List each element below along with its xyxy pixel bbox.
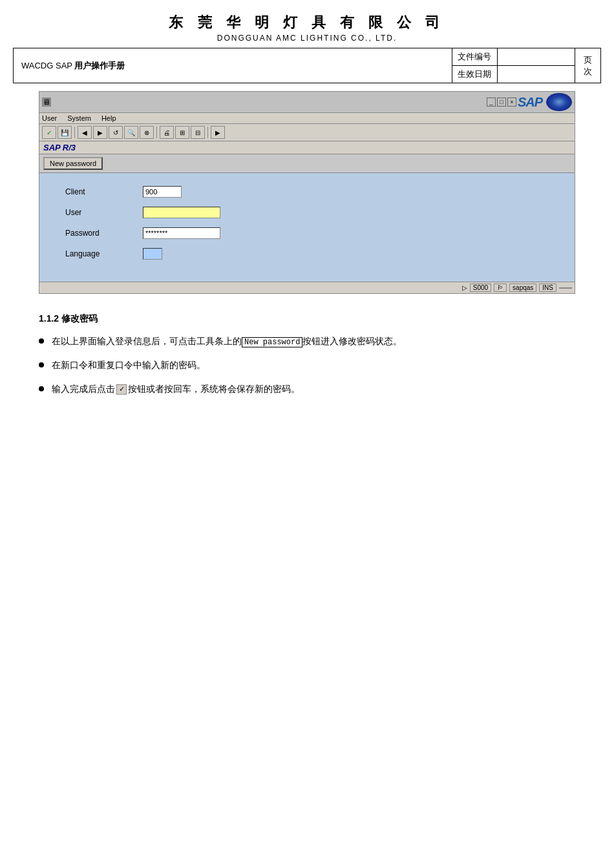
shengxiao-label: 生效日期 <box>452 66 498 83</box>
shengxiao-value <box>498 66 575 83</box>
sap-toolbar: ✓ 💾 ◀ ▶ ↺ 🔍 ⊗ 🖨 ⊞ ⊟ ▶ <box>39 124 575 141</box>
client-input[interactable] <box>143 186 182 198</box>
toolbar-print-btn[interactable]: 🖨 <box>160 126 174 139</box>
sap-button-bar: New password <box>39 154 575 173</box>
bullet-item-2: 在新口令和重复口令中输入新的密码。 <box>39 358 575 372</box>
toolbar-find-btn[interactable]: 🔍 <box>124 126 138 139</box>
status-flag: 🏳 <box>494 284 507 292</box>
toolbar-back-btn[interactable]: ◀ <box>78 126 92 139</box>
inline-check-icon: ✓ <box>116 384 127 395</box>
page-container: 东 莞 华 明 灯 具 有 限 公 司 DONGGUAN AMC LIGHTIN… <box>13 13 601 411</box>
bullet-item-3: 输入完成后点击✓按钮或者按回车，系统将会保存新的密码。 <box>39 382 575 396</box>
client-row: Client <box>65 186 562 198</box>
bullet3-before: 输入完成后点击 <box>52 384 115 394</box>
wenhao-value <box>498 48 575 66</box>
language-label: Language <box>65 249 143 258</box>
company-title-en: DONGGUAN AMC LIGHTING CO., LTD. <box>13 34 601 43</box>
content-section: 1.1.2 修改密码 在以上界面输入登录信息后，可点击工具条上的New pass… <box>13 307 601 411</box>
bullet3-after: 按钮或者按回车，系统将会保存新的密码。 <box>128 384 300 394</box>
user-row: User <box>65 207 562 218</box>
doc-title-bold: 用户操作手册 <box>74 61 125 70</box>
bullet-dot-2 <box>39 362 44 367</box>
menu-help[interactable]: Help <box>101 114 116 122</box>
toolbar-arrow-btn[interactable]: ▶ <box>211 126 225 139</box>
toolbar-grid1-btn[interactable]: ⊞ <box>175 126 189 139</box>
toolbar-forward-btn[interactable]: ▶ <box>93 126 107 139</box>
restore-button[interactable]: □ <box>497 98 506 107</box>
toolbar-floppy-btn[interactable]: 💾 <box>58 126 72 139</box>
company-title-cn: 东 莞 华 明 灯 具 有 限 公 司 <box>13 13 601 32</box>
minimize-button[interactable]: _ <box>487 98 496 107</box>
sap-menubar: User System Help <box>39 113 575 124</box>
client-label: Client <box>65 187 143 196</box>
status-indicator <box>559 287 572 289</box>
page-header: 东 莞 华 明 灯 具 有 限 公 司 DONGGUAN AMC LIGHTIN… <box>13 13 601 43</box>
status-arrow: ▷ <box>462 284 467 291</box>
bullet-dot-1 <box>39 338 44 344</box>
status-ins: INS <box>539 284 556 292</box>
doc-title-prefix: WACDG SAP <box>21 61 74 70</box>
menu-system[interactable]: System <box>67 114 91 122</box>
toolbar-sep2 <box>156 127 157 138</box>
toolbar-check-btn[interactable]: ✓ <box>42 126 56 139</box>
yeci-label: 页 次 <box>575 48 601 83</box>
bullet1-before: 在以上界面输入登录信息后，可点击工具条上的 <box>52 336 242 346</box>
password-input[interactable] <box>143 227 220 239</box>
status-sapgas: sapqas <box>509 284 536 292</box>
bullet-text-2: 在新口令和重复口令中输入新的密码。 <box>52 358 206 372</box>
bullet-text-3: 输入完成后点击✓按钮或者按回车，系统将会保存新的密码。 <box>52 382 300 396</box>
user-label: User <box>65 208 143 217</box>
toolbar-sep1 <box>74 127 75 138</box>
bullet-item-1: 在以上界面输入登录信息后，可点击工具条上的New password按钮进入修改密… <box>39 334 575 349</box>
sap-titlebar: 🖥 _ □ × SAP <box>39 92 575 113</box>
section-heading: 1.1.2 修改密码 <box>39 313 575 325</box>
status-s000: S000 <box>470 284 491 292</box>
close-button[interactable]: × <box>507 98 516 107</box>
bullet1-code: New password <box>242 337 302 347</box>
menu-user[interactable]: User <box>42 114 57 122</box>
bullet-list: 在以上界面输入登录信息后，可点击工具条上的New password按钮进入修改密… <box>39 334 575 396</box>
sap-statusbar: ▷ S000 🏳 sapqas INS <box>39 282 575 293</box>
toolbar-sep3 <box>207 127 208 138</box>
toolbar-grid2-btn[interactable]: ⊟ <box>191 126 205 139</box>
toolbar-stop-btn[interactable]: ⊗ <box>140 126 154 139</box>
language-row: Language <box>65 248 562 260</box>
bullet1-after: 按钮进入修改密码状态。 <box>302 336 402 346</box>
sap-login-area: Client User Password Language <box>39 173 575 282</box>
language-input[interactable] <box>143 248 162 260</box>
sap-window: 🖥 _ □ × SAP User System Help ✓ 💾 ◀ ▶ ↺ 🔍 <box>39 91 575 294</box>
bullet-dot-3 <box>39 386 44 391</box>
wenhao-label: 文件编号 <box>452 48 498 66</box>
sap-logo: SAP <box>518 95 542 110</box>
password-label: Password <box>65 229 143 238</box>
sap-logo-ripple <box>546 93 572 111</box>
bullet-text-1: 在以上界面输入登录信息后，可点击工具条上的New password按钮进入修改密… <box>52 334 402 349</box>
sap-window-icon: 🖥 <box>42 98 51 107</box>
doc-info-table: WACDG SAP 用户操作手册 文件编号 页 次 生效日期 <box>13 48 601 83</box>
new-password-button[interactable]: New password <box>43 157 103 170</box>
toolbar-refresh-btn[interactable]: ↺ <box>109 126 123 139</box>
user-input[interactable] <box>143 207 220 218</box>
sap-system-title: SAP R/3 <box>39 141 575 154</box>
password-row: Password <box>65 227 562 239</box>
